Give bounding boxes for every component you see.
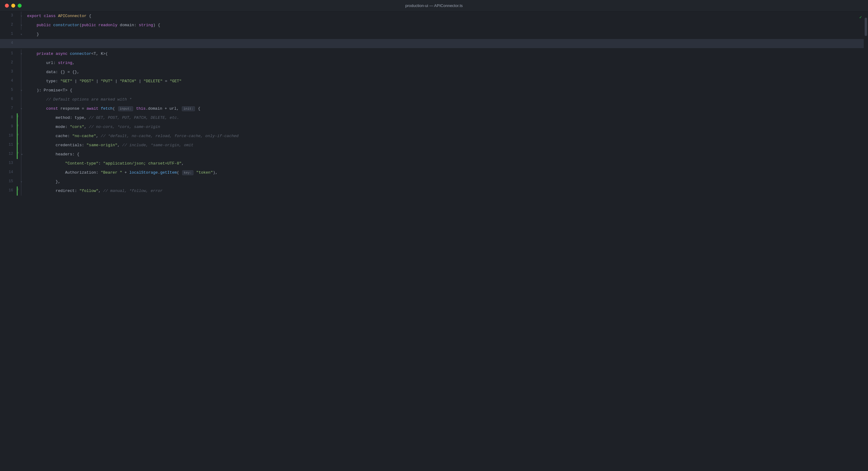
line-gutter: ↑ [17,113,26,122]
table-row: 7 ▾ const response = await fetch( input:… [0,104,868,113]
line-gutter [17,77,26,86]
line-gutter: ▾ [17,30,26,39]
table-row: 4 type: "GET" | "POST" | "PUT" | "PATCH"… [0,77,868,86]
line-gutter [17,168,26,177]
code-area[interactable]: 3 ▾ export class APIConnector { 2 ▾ publ… [0,11,868,471]
line-number: 3 [0,68,17,77]
line-content: type: "GET" | "POST" | "PUT" | "PATCH" |… [26,77,868,86]
line-number: 9 [0,122,17,131]
table-row: 9 ↑ mode: "cors", // no-cors, *cors, sam… [0,122,868,131]
line-gutter [17,58,26,68]
line-content: method: type, // GET, POST, PUT, PATCH, … [26,113,868,122]
fold-icon[interactable]: ▾ [21,180,22,184]
line-number: 15 [0,177,17,186]
table-row: 15 ▾ }, [0,177,868,186]
line-content: headers: { [26,150,868,159]
table-row: 1 ▾ private async connector<T, K>( [0,49,868,58]
line-number: 2 [0,21,17,30]
table-row: 3 ▾ export class APIConnector { [0,11,868,21]
traffic-lights [5,4,22,8]
line-gutter: ▾ [17,11,26,21]
line-content: redirect: "follow", // manual, *follow, … [26,186,868,196]
line-gutter: ▾ [17,86,26,95]
line-number: 13 [0,159,17,168]
param-hint-input: input: [118,106,133,111]
titlebar: production-ui — APIConnector.ts [0,0,868,11]
line-gutter [17,159,26,168]
line-content: "Content-type": "application/json; chars… [26,159,868,168]
line-gutter [17,39,26,48]
table-row: 5 ▾ ): Promise<T> { [0,86,868,95]
table-row: 10 ↑ cache: "no-cache", // *default, no-… [0,131,868,141]
line-content: mode: "cors", // no-cors, *cors, same-or… [26,122,868,131]
line-gutter: ↑ [17,141,26,150]
table-row: 13 "Content-type": "application/json; ch… [0,159,868,168]
line-number: 16 [0,186,17,196]
table-row: 8 ↑ method: type, // GET, POST, PUT, PAT… [0,113,868,122]
line-content: public constructor(public readonly domai… [26,21,868,30]
scrollbar-thumb[interactable] [865,18,867,36]
line-number: 10 [0,131,17,141]
line-content: cache: "no-cache", // *default, no-cache… [26,131,868,141]
fold-icon[interactable]: ▾ [21,33,22,36]
maximize-button[interactable] [18,4,22,8]
table-row: 6 // Default options are marked with * [0,95,868,104]
line-gutter: ↑ [17,122,26,131]
line-content: export class APIConnector { [26,11,868,21]
table-row: 1 ▾ } [0,30,868,39]
line-number: 5 [0,86,17,95]
close-button[interactable] [5,4,9,8]
line-content: private async connector<T, K>( [26,49,868,58]
line-content: Authorization: "Bearer " + localStorage.… [26,168,868,177]
line-number: 7 [0,104,17,113]
table-row: 11 ↑ credentials: "same-origin", // incl… [0,141,868,150]
code-section-2: 1 ▾ private async connector<T, K>( 2 url… [0,49,868,196]
window-title: production-ui — APIConnector.ts [405,3,463,8]
table-row: 4 [0,39,868,48]
line-content: credentials: "same-origin", // include, … [26,141,868,150]
fold-icon[interactable]: ▾ [21,107,22,111]
fold-icon[interactable]: ▾ [21,89,22,92]
line-gutter: ▾ [17,177,26,186]
table-row: 14 Authorization: "Bearer " + localStora… [0,168,868,177]
line-gutter: ▾ [17,49,26,58]
fold-icon[interactable]: ▾ [21,24,22,27]
line-gutter [17,68,26,77]
param-hint-init: init: [182,106,195,111]
line-number: 2 [0,58,17,68]
scrollbar[interactable] [864,11,868,471]
line-number: 1 [0,30,17,39]
table-row: 2 ▾ public constructor(public readonly d… [0,21,868,30]
line-gutter: ↑ [17,186,26,196]
line-number: 8 [0,113,17,122]
fold-icon[interactable]: ▾ [21,52,22,56]
line-content: } [26,30,868,39]
table-row: 3 data: {} = {}, [0,68,868,77]
line-number: 4 [0,39,17,48]
table-row: 16 ↑ redirect: "follow", // manual, *fol… [0,186,868,196]
line-content: url: string, [26,58,868,68]
line-content: // Default options are marked with * [26,95,868,104]
line-content [26,39,868,48]
line-number: 14 [0,168,17,177]
line-gutter: ↑ [17,131,26,141]
line-content: const response = await fetch( input: thi… [26,104,868,113]
line-number: 4 [0,77,17,86]
minimize-button[interactable] [11,4,15,8]
line-content: data: {} = {}, [26,68,868,77]
fold-icon[interactable]: ▾ [21,14,22,18]
line-gutter: ▾ [17,21,26,30]
line-gutter: ↑ ▾ [17,150,26,159]
line-number: 11 [0,141,17,150]
editor: 3 ▾ export class APIConnector { 2 ▾ publ… [0,11,868,471]
line-gutter: ▾ [17,104,26,113]
line-number: 3 [0,11,17,21]
line-content: ): Promise<T> { [26,86,868,95]
line-gutter [17,95,26,104]
check-icon: ✓ [860,14,862,20]
line-number: 1 [0,49,17,58]
code-section-1: 3 ▾ export class APIConnector { 2 ▾ publ… [0,11,868,48]
param-hint-key: key: [182,170,193,175]
line-number: 12 [0,150,17,159]
table-row: 12 ↑ ▾ headers: { [0,150,868,159]
